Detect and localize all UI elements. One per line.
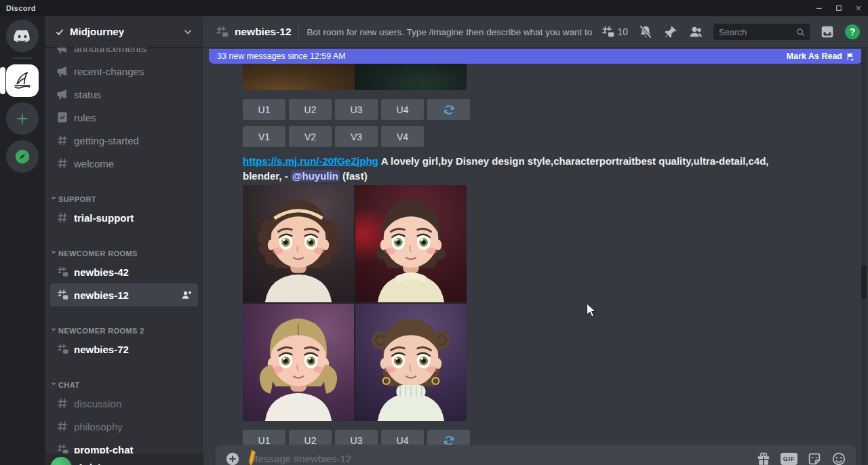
scrollbar-thumb[interactable] <box>861 265 867 299</box>
upscale-button-u1[interactable]: U1 <box>243 99 285 120</box>
generated-image-4[interactable] <box>355 304 467 421</box>
invite-people-icon[interactable] <box>180 289 193 301</box>
pinned-messages-icon[interactable] <box>663 24 678 39</box>
compass-icon <box>14 148 31 165</box>
discord-home-button[interactable] <box>6 20 39 52</box>
hash-chat-icon <box>56 265 69 279</box>
upscale-button-u2[interactable]: U2 <box>289 99 332 120</box>
maximize-button[interactable] <box>829 0 848 16</box>
upscale-button-u4[interactable]: U4 <box>381 99 424 120</box>
channel-newbies-42[interactable]: newbies-42 <box>50 260 198 283</box>
generated-image-3[interactable] <box>243 304 354 421</box>
close-button[interactable] <box>848 0 868 16</box>
generated-image-2[interactable] <box>355 185 467 302</box>
upscale-button-u3[interactable]: U3 <box>335 99 378 120</box>
flag-check-icon <box>846 52 854 61</box>
channel-title: newbies-12 <box>235 26 292 38</box>
app-title: Discord <box>0 4 36 12</box>
notifications-muted-icon[interactable] <box>638 24 653 39</box>
megaphone-icon <box>56 47 69 55</box>
variation-button-v4[interactable]: V4 <box>381 126 424 147</box>
threads-button[interactable]: 10 <box>600 24 628 39</box>
hash-icon <box>56 420 69 433</box>
channel-announcements[interactable]: announcements <box>50 47 198 60</box>
question-mark-glyph: ? <box>850 26 856 37</box>
category-newcomer-rooms-2[interactable]: NEWCOMER ROOMS 2 <box>45 310 203 338</box>
channel-rules[interactable]: rules <box>50 106 198 129</box>
channel-status[interactable]: status <box>50 83 198 106</box>
hash-icon <box>56 211 69 224</box>
header-divider <box>298 24 299 39</box>
message-input[interactable]: Message #newbies-12 <box>250 449 756 465</box>
server-icon-midjourney[interactable] <box>6 64 39 97</box>
variation-button-v1[interactable]: V1 <box>243 126 285 147</box>
plus-icon <box>15 111 30 126</box>
mark-as-read-button[interactable]: Mark As Read <box>787 52 854 61</box>
channel-header: newbies-12 Bot room for new users. Type … <box>203 16 868 47</box>
channel-trial-support[interactable]: trial-support <box>50 206 198 229</box>
variation-button-v3[interactable]: V3 <box>335 126 378 147</box>
reroll-button[interactable] <box>427 99 470 120</box>
pencil-cursor-icon <box>247 448 260 465</box>
message-content: https://s.mj.run/-20fGeZjphg A lovely gi… <box>243 154 806 184</box>
user-avatar[interactable] <box>50 457 72 465</box>
server-name: Midjourney <box>70 26 182 37</box>
rules-icon <box>56 110 69 124</box>
chevron-down-icon <box>50 380 57 387</box>
minimize-icon <box>815 4 823 12</box>
chevron-down-icon <box>182 26 194 38</box>
attach-plus-icon[interactable] <box>225 451 240 465</box>
server-header[interactable]: Midjourney <box>45 16 203 47</box>
help-button[interactable]: ? <box>845 24 860 39</box>
channel-list: announcements recent-changes status rule… <box>45 47 203 465</box>
channel-discussion[interactable]: discussion <box>50 392 198 415</box>
chevron-down-icon <box>50 195 57 201</box>
variation-button-v2[interactable]: V2 <box>289 126 332 147</box>
channel-newbies-72[interactable]: newbies-72 <box>50 338 198 361</box>
rail-divider <box>12 58 33 59</box>
chat-scrollbar[interactable] <box>861 47 867 465</box>
megaphone-icon <box>56 87 69 101</box>
threads-icon <box>600 24 615 39</box>
channel-welcome[interactable]: welcome <box>50 152 198 175</box>
chevron-down-icon <box>50 249 57 256</box>
hash-chat-icon <box>56 342 69 356</box>
generated-image-grid[interactable] <box>243 185 467 421</box>
message-link[interactable]: https://s.mj.run/-20fGeZjphg <box>243 155 378 167</box>
threads-count: 10 <box>617 26 628 37</box>
channel-getting-started[interactable]: getting-started <box>50 129 198 152</box>
add-server-button[interactable] <box>6 102 39 135</box>
generated-image-1[interactable] <box>243 185 354 302</box>
inbox-icon[interactable] <box>820 24 835 39</box>
user-mention[interactable]: @huyulin <box>291 170 340 182</box>
channel-topic[interactable]: Bot room for new users. Type /imagine th… <box>307 27 592 37</box>
channel-recent-changes[interactable]: recent-changes <box>50 60 198 83</box>
user-panel[interactable]: Ash Isaac <box>45 453 203 465</box>
megaphone-icon <box>56 64 69 78</box>
new-messages-bar[interactable]: 33 new messages since 12:59 AM Mark As R… <box>209 49 863 64</box>
channel-philosophy[interactable]: philosophy <box>50 415 198 438</box>
category-newcomer-rooms[interactable]: NEWCOMER ROOMS <box>45 233 203 260</box>
explore-servers-button[interactable] <box>6 140 39 173</box>
category-chat[interactable]: CHAT <box>45 365 203 392</box>
message-meta: (fast) <box>342 170 368 182</box>
message-composer[interactable]: Message #newbies-12 GIF <box>216 445 856 465</box>
member-list-icon[interactable] <box>688 24 703 39</box>
sticker-icon[interactable] <box>807 451 822 465</box>
hash-icon <box>56 397 69 410</box>
channel-newbies-12[interactable]: newbies-12 <box>50 283 198 306</box>
refresh-icon <box>443 104 455 116</box>
hash-icon <box>56 157 69 170</box>
emoji-icon[interactable] <box>831 451 846 465</box>
category-support[interactable]: SUPPORT <box>45 179 203 206</box>
midjourney-sailboat-icon <box>11 69 34 92</box>
close-icon <box>854 4 863 12</box>
gift-icon[interactable] <box>756 451 771 465</box>
gif-picker-button[interactable]: GIF <box>781 453 797 465</box>
window-titlebar: Discord <box>0 0 868 16</box>
minimize-button[interactable] <box>809 0 829 16</box>
composer-placeholder: Message #newbies-12 <box>250 453 351 464</box>
chevron-down-icon <box>50 326 57 333</box>
search-input[interactable]: Search <box>713 24 810 40</box>
hash-chat-icon <box>214 24 229 39</box>
